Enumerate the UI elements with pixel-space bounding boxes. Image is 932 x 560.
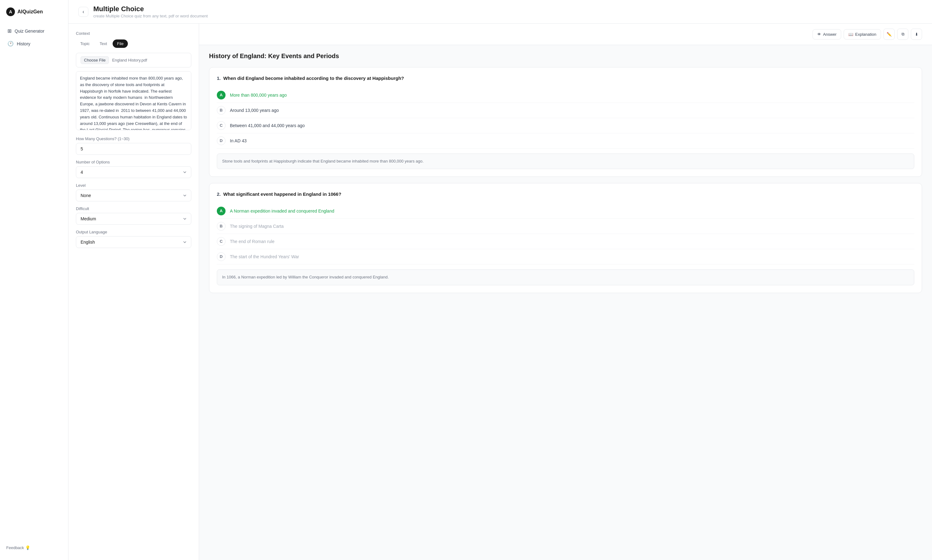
explanation-text-2: In 1066, a Norman expedition led by Will… (222, 275, 389, 279)
language-label: Output Language (76, 230, 191, 234)
option-text-2c: The end of Roman rule (230, 239, 275, 244)
file-name: England History.pdf (112, 58, 147, 63)
sidebar-item-history[interactable]: 🕐 History (4, 38, 65, 50)
explanation-1: Stone tools and footprints at Happisburg… (217, 154, 914, 169)
edit-button[interactable]: ✏️ (883, 29, 895, 40)
question-text-2: 2. What significant event happened in En… (217, 191, 914, 198)
option-text-1b: Around 13,000 years ago (230, 108, 279, 113)
sidebar-nav: ⊞ Quiz Generator 🕐 History (0, 22, 68, 53)
tab-file[interactable]: File (113, 40, 128, 48)
questions-group: How Many Questions? (1~30) (76, 137, 191, 155)
explanation-text-1: Stone tools and footprints at Happisburg… (222, 159, 424, 163)
question-number-1: 1. (217, 75, 222, 81)
book-icon: 📖 (848, 32, 853, 37)
option-2-d[interactable]: D The start of the Hundred Years' War (217, 249, 914, 265)
explanation-2: In 1066, a Norman expedition led by Will… (217, 269, 914, 285)
answer-label: Answer (823, 32, 836, 37)
context-tabs: Topic Text File (76, 40, 191, 48)
back-button[interactable]: ‹ (79, 7, 88, 17)
difficult-select[interactable]: Easy Medium Hard (76, 213, 191, 225)
download-button[interactable]: ⬇ (911, 29, 922, 40)
option-text-2a: A Norman expedition invaded and conquere… (230, 209, 334, 214)
content-area: Context Topic Text File Choose File Engl… (68, 24, 932, 560)
options-select[interactable]: 4 3 5 (76, 166, 191, 178)
feedback-button[interactable]: Feedback 💡 (0, 540, 68, 555)
app-logo: A AIQuizGen (0, 5, 68, 22)
difficult-group: Difficult Easy Medium Hard (76, 206, 191, 225)
difficult-label: Difficult (76, 206, 191, 211)
question-body-1: When did England become inhabited accord… (223, 75, 404, 81)
history-icon: 🕐 (8, 41, 14, 47)
context-textarea[interactable]: England became inhabited more than 800,0… (76, 71, 191, 130)
option-text-1a: More than 800,000 years ago (230, 92, 287, 98)
logo-icon: A (6, 8, 15, 16)
quiz-generator-icon: ⊞ (8, 28, 11, 34)
question-text-1: 1. When did England become inhabited acc… (217, 75, 914, 82)
app-name: AIQuizGen (17, 9, 43, 15)
option-letter-2d: D (217, 252, 225, 261)
question-card-1: 1. When did England become inhabited acc… (209, 67, 922, 177)
option-text-2d: The start of the Hundred Years' War (230, 254, 299, 259)
questions-label: How Many Questions? (1~30) (76, 137, 191, 141)
sidebar-item-label-quiz: Quiz Generator (15, 29, 45, 34)
eye-icon: 👁 (817, 32, 821, 37)
page-title: Multiple Choice (93, 5, 208, 13)
quiz-title: History of England: Key Events and Perio… (209, 52, 922, 60)
option-letter-2a: A (217, 207, 225, 215)
quiz-toolbar: 👁 Answer 📖 Explanation ✏️ ⧉ ⬇ (199, 24, 932, 45)
copy-button[interactable]: ⧉ (897, 29, 908, 40)
option-1-a[interactable]: A More than 800,000 years ago (217, 88, 914, 103)
page-subtitle: create Multiple Choice quiz from any tex… (93, 14, 208, 18)
option-2-c[interactable]: C The end of Roman rule (217, 234, 914, 249)
level-group: Level None Beginner Intermediate Advance… (76, 183, 191, 202)
feedback-label: Feedback (6, 545, 24, 550)
option-text-1c: Between 41,000 and 44,000 years ago (230, 123, 305, 128)
questions-input[interactable] (76, 143, 191, 155)
option-1-d[interactable]: D In AD 43 (217, 133, 914, 149)
file-input-row[interactable]: Choose File England History.pdf (76, 53, 191, 68)
quiz-content: History of England: Key Events and Perio… (199, 45, 932, 307)
feedback-emoji: 💡 (25, 545, 30, 550)
language-select[interactable]: English Spanish French German Chinese (76, 236, 191, 248)
option-2-b[interactable]: B The signing of Magna Carta (217, 219, 914, 234)
tab-topic[interactable]: Topic (76, 40, 94, 48)
language-group: Output Language English Spanish French G… (76, 230, 191, 248)
option-letter-1d: D (217, 137, 225, 145)
option-letter-1a: A (217, 91, 225, 100)
option-letter-1c: C (217, 121, 225, 130)
question-card-2: 2. What significant event happened in En… (209, 183, 922, 293)
context-label: Context (76, 31, 191, 36)
question-number-2: 2. (217, 191, 222, 197)
option-letter-1b: B (217, 106, 225, 115)
option-2-a[interactable]: A A Norman expedition invaded and conque… (217, 203, 914, 219)
level-select[interactable]: None Beginner Intermediate Advanced (76, 189, 191, 202)
sidebar-item-label-history: History (17, 42, 31, 46)
explanation-label: Explanation (855, 32, 876, 37)
option-letter-2c: C (217, 237, 225, 246)
header-text: Multiple Choice create Multiple Choice q… (93, 5, 208, 18)
right-panel: 👁 Answer 📖 Explanation ✏️ ⧉ ⬇ (199, 24, 932, 560)
copy-icon: ⧉ (901, 32, 904, 37)
options-group: Number of Options 4 3 5 (76, 160, 191, 178)
option-text-2b: The signing of Magna Carta (230, 224, 284, 229)
choose-file-button[interactable]: Choose File (80, 56, 109, 64)
option-text-1d: In AD 43 (230, 138, 247, 143)
option-1-b[interactable]: B Around 13,000 years ago (217, 103, 914, 118)
sidebar-item-quiz-generator[interactable]: ⊞ Quiz Generator (4, 25, 65, 37)
explanation-button[interactable]: 📖 Explanation (844, 29, 881, 40)
main-content: ‹ Multiple Choice create Multiple Choice… (68, 0, 932, 560)
download-icon: ⬇ (915, 32, 918, 37)
option-1-c[interactable]: C Between 41,000 and 44,000 years ago (217, 118, 914, 133)
options-label: Number of Options (76, 160, 191, 165)
answer-button[interactable]: 👁 Answer (813, 29, 841, 40)
level-label: Level (76, 183, 191, 188)
option-letter-2b: B (217, 222, 225, 231)
left-panel: Context Topic Text File Choose File Engl… (68, 24, 199, 560)
edit-icon: ✏️ (887, 32, 892, 37)
page-header: ‹ Multiple Choice create Multiple Choice… (68, 0, 932, 24)
question-body-2: What significant event happened in Engla… (223, 191, 341, 197)
tab-text[interactable]: Text (95, 40, 111, 48)
sidebar: A AIQuizGen ⊞ Quiz Generator 🕐 History F… (0, 0, 68, 560)
